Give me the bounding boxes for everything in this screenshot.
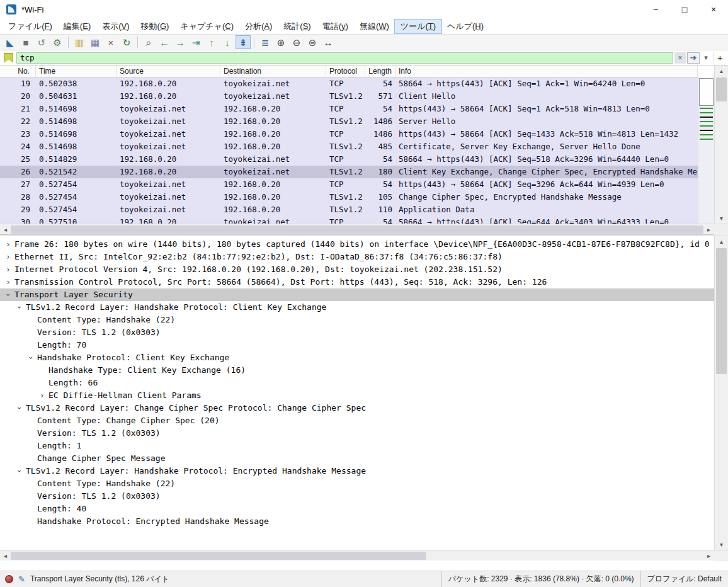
go-last-icon[interactable]: ↓ xyxy=(220,35,235,49)
go-first-icon[interactable]: ↑ xyxy=(204,35,219,49)
reload-icon[interactable]: ↻ xyxy=(119,35,134,49)
filter-input[interactable]: tcp xyxy=(16,52,673,64)
chevron-down-icon[interactable]: › xyxy=(25,353,37,362)
detail-row[interactable]: Content Type: Handshake (22) xyxy=(0,314,714,326)
menu-item[interactable]: ヘルプ(H) xyxy=(441,20,489,33)
chevron-right-icon[interactable]: › xyxy=(4,263,13,276)
chevron-down-icon[interactable]: › xyxy=(13,467,26,476)
restart-capture-icon[interactable]: ↺ xyxy=(34,35,49,49)
go-back-icon[interactable]: ← xyxy=(157,35,172,49)
status-profile[interactable]: プロファイル: Default xyxy=(640,571,728,587)
detail-row[interactable]: ›Transmission Control Protocol, Src Port… xyxy=(0,276,714,288)
packet-row[interactable]: 200.504631192.168.0.20toyokeizai.netTLSv… xyxy=(0,90,698,103)
minimize-button[interactable]: − xyxy=(641,0,670,19)
column-header-destination[interactable]: Destination xyxy=(220,66,326,77)
detail-row[interactable]: ›TLSv1.2 Record Layer: Handshake Protoco… xyxy=(0,301,714,314)
packet-row[interactable]: 230.514698toyokeizai.net192.168.0.20TCP1… xyxy=(0,128,698,140)
packet-row[interactable]: 270.527454toyokeizai.net192.168.0.20TCP5… xyxy=(0,178,698,191)
packet-list-vscrollbar[interactable]: ▴ ▾ xyxy=(714,66,728,224)
packet-row[interactable]: 240.514698toyokeizai.net192.168.0.20TLSv… xyxy=(0,140,698,153)
go-to-packet-icon[interactable]: ⇥ xyxy=(188,35,203,49)
detail-row[interactable]: ›TLSv1.2 Record Layer: Change Cipher Spe… xyxy=(0,402,714,414)
scroll-left-icon[interactable]: ◂ xyxy=(0,224,11,235)
scroll-down-icon[interactable]: ▾ xyxy=(715,213,728,224)
open-file-icon[interactable]: ▥ xyxy=(72,35,87,49)
column-header-protocol[interactable]: Protocol xyxy=(326,66,365,77)
scroll-right-icon[interactable]: ▸ xyxy=(703,224,714,235)
detail-row[interactable]: ›EC Diffie-Hellman Client Params xyxy=(0,389,714,402)
column-header-no[interactable]: No. xyxy=(0,66,36,77)
detail-row[interactable]: Length: 66 xyxy=(0,377,714,389)
colorize-icon[interactable]: ≣ xyxy=(258,35,273,49)
menu-item[interactable]: 移動(G) xyxy=(135,20,175,33)
find-packet-icon[interactable]: ⌕ xyxy=(141,35,156,49)
detail-row[interactable]: Handshake Type: Client Key Exchange (16) xyxy=(0,364,714,377)
packet-row[interactable]: 220.514698toyokeizai.net192.168.0.20TLSv… xyxy=(0,115,698,128)
packet-hscroll-thumb[interactable] xyxy=(11,225,703,234)
chevron-down-icon[interactable]: › xyxy=(13,404,26,413)
details-hscroll-track[interactable] xyxy=(11,550,703,561)
menu-item[interactable]: キャプチャ(C) xyxy=(174,20,239,33)
chevron-down-icon[interactable]: › xyxy=(13,303,26,312)
packet-row[interactable]: 210.514698toyokeizai.net192.168.0.20TCP5… xyxy=(0,103,698,115)
zoom-in-icon[interactable]: ⊕ xyxy=(273,35,288,49)
detail-row[interactable]: ›Transport Layer Security xyxy=(0,288,714,301)
start-capture-icon[interactable]: ◣ xyxy=(3,35,18,49)
chevron-right-icon[interactable]: › xyxy=(4,276,13,288)
scroll-up-icon[interactable]: ▴ xyxy=(715,66,728,76)
column-header-info[interactable]: Info xyxy=(395,66,698,77)
packet-map-thumb[interactable] xyxy=(699,78,714,106)
packet-row[interactable]: 280.527454toyokeizai.net192.168.0.20TLSv… xyxy=(0,191,698,203)
zoom-100-icon[interactable]: ⊜ xyxy=(305,35,320,49)
menu-item[interactable]: 分析(A) xyxy=(239,20,278,33)
auto-scroll-icon[interactable]: ⇟ xyxy=(236,35,251,49)
scroll-left-icon[interactable]: ◂ xyxy=(0,550,11,561)
menu-item[interactable]: 編集(E) xyxy=(58,20,96,33)
packet-row[interactable]: 300.527510192.168.0.20toyokeizai.netTCP5… xyxy=(0,216,698,224)
expert-info-icon[interactable] xyxy=(5,575,13,583)
packet-row[interactable]: 250.514829192.168.0.20toyokeizai.netTCP5… xyxy=(0,153,698,166)
column-header-length[interactable]: Length xyxy=(365,66,395,77)
scroll-up-icon[interactable]: ▴ xyxy=(715,236,728,247)
stop-capture-icon[interactable]: ■ xyxy=(18,35,33,49)
detail-row[interactable]: Version: TLS 1.2 (0x0303) xyxy=(0,490,714,503)
capture-options-icon[interactable]: ⚙ xyxy=(50,35,65,49)
detail-row[interactable]: ›Ethernet II, Src: IntelCor_92:e2:b2 (84… xyxy=(0,251,714,263)
filter-bookmark-icon[interactable] xyxy=(4,53,13,63)
go-forward-icon[interactable]: → xyxy=(173,35,188,49)
save-file-icon[interactable]: ▦ xyxy=(88,35,103,49)
packet-list-hscrollbar[interactable]: ◂ ▸ xyxy=(0,224,728,234)
scroll-right-icon[interactable]: ▸ xyxy=(703,550,714,561)
chevron-right-icon[interactable]: › xyxy=(38,389,47,402)
detail-row[interactable]: ›TLSv1.2 Record Layer: Handshake Protoco… xyxy=(0,465,714,477)
packet-hscroll-track[interactable] xyxy=(11,224,703,235)
detail-row[interactable]: Length: 1 xyxy=(0,440,714,452)
packet-scroll-thumb[interactable] xyxy=(716,77,727,101)
detail-row[interactable]: ›Internet Protocol Version 4, Src: 192.1… xyxy=(0,263,714,276)
detail-row[interactable]: ›Frame 26: 180 bytes on wire (1440 bits)… xyxy=(0,238,714,251)
close-button[interactable]: × xyxy=(699,0,728,19)
detail-row[interactable]: Content Type: Handshake (22) xyxy=(0,477,714,490)
detail-row[interactable]: Handshake Protocol: Encrypted Handshake … xyxy=(0,515,714,528)
menu-item[interactable]: ツール(T) xyxy=(395,20,441,33)
close-file-icon[interactable]: × xyxy=(103,35,118,49)
details-hscroll-thumb[interactable] xyxy=(11,552,426,560)
chevron-right-icon[interactable]: › xyxy=(4,238,13,251)
resize-columns-icon[interactable]: ↔ xyxy=(321,35,336,49)
details-hscrollbar[interactable]: ◂ ▸ xyxy=(0,550,728,561)
scroll-down-icon[interactable]: ▾ xyxy=(715,539,728,550)
chevron-right-icon[interactable]: › xyxy=(4,251,13,263)
capture-comment-icon[interactable]: ✎ xyxy=(18,574,25,584)
column-header-source[interactable]: Source xyxy=(117,66,220,77)
detail-row[interactable]: Content Type: Change Cipher Spec (20) xyxy=(0,414,714,427)
packet-row[interactable]: 260.521542192.168.0.20toyokeizai.netTLSv… xyxy=(0,166,698,178)
details-vscrollbar[interactable]: ▴ ▾ xyxy=(714,236,728,550)
menu-item[interactable]: 無線(W) xyxy=(354,20,395,33)
packet-row[interactable]: 190.502038192.168.0.20toyokeizai.netTCP5… xyxy=(0,77,698,90)
details-scroll-thumb[interactable] xyxy=(716,248,727,374)
filter-apply-icon[interactable]: ➔ xyxy=(687,52,700,64)
menu-item[interactable]: 統計(S) xyxy=(278,20,316,33)
packet-map[interactable] xyxy=(698,77,714,224)
packet-row[interactable]: 290.527454toyokeizai.net192.168.0.20TLSv… xyxy=(0,203,698,216)
menu-item[interactable]: ファイル(F) xyxy=(3,20,58,33)
